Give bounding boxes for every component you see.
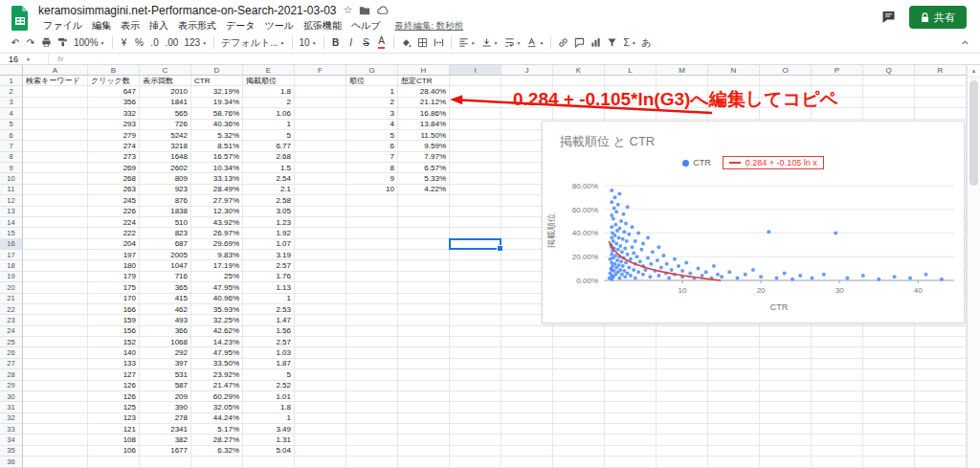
cell-H16[interactable] <box>398 239 450 250</box>
row-header-31[interactable]: 31 <box>0 402 23 412</box>
cell-A11[interactable] <box>23 185 88 195</box>
italic-button[interactable]: I <box>344 34 359 52</box>
cell-B19[interactable]: 179 <box>88 272 140 282</box>
cell-B11[interactable]: 263 <box>88 185 140 195</box>
menu-item-8[interactable]: ヘルプ <box>346 18 386 33</box>
cell-E5[interactable]: 1 <box>243 120 295 130</box>
cell-C34[interactable]: 382 <box>140 435 191 445</box>
cell-H17[interactable] <box>398 250 450 260</box>
column-header-J[interactable]: J <box>501 65 553 76</box>
cell-O36[interactable] <box>760 457 812 467</box>
cell-B26[interactable]: 140 <box>88 347 140 358</box>
cell-G32[interactable] <box>346 413 398 424</box>
cell-E7[interactable]: 6.77 <box>243 141 295 151</box>
cell-G18[interactable] <box>346 260 398 271</box>
cell-K32[interactable] <box>553 413 605 424</box>
cell-A22[interactable] <box>23 304 88 315</box>
cell-H11[interactable]: 4.22% <box>398 185 450 195</box>
cell-R30[interactable] <box>915 391 967 402</box>
cell-H20[interactable] <box>398 282 450 293</box>
format-percent-button[interactable]: % <box>132 34 147 52</box>
cell-I7[interactable] <box>450 141 501 151</box>
cell-K36[interactable] <box>553 457 605 467</box>
cell-I20[interactable] <box>450 282 501 293</box>
cell-E29[interactable]: 2.52 <box>243 381 295 391</box>
cell-I17[interactable] <box>450 250 501 260</box>
cell-L26[interactable] <box>605 347 657 358</box>
cell-D26[interactable]: 47.95% <box>191 347 243 358</box>
cell-N1[interactable] <box>708 76 760 86</box>
cell-E28[interactable]: 5 <box>243 369 295 380</box>
cell-C22[interactable]: 462 <box>140 304 191 315</box>
cell-N29[interactable] <box>708 381 760 391</box>
column-header-M[interactable]: M <box>657 65 708 76</box>
cell-C24[interactable]: 366 <box>140 326 191 337</box>
cell-I23[interactable] <box>450 315 501 325</box>
row-header-14[interactable]: 14 <box>0 217 23 228</box>
cell-D35[interactable]: 6.32% <box>191 446 243 457</box>
cell-N36[interactable] <box>708 457 760 467</box>
cell-C13[interactable]: 1838 <box>140 207 191 217</box>
menu-item-7[interactable]: 拡張機能 <box>299 18 346 33</box>
cell-F13[interactable] <box>295 207 346 217</box>
cell-B4[interactable]: 332 <box>88 108 140 119</box>
column-header-P[interactable]: P <box>812 65 863 76</box>
cell-A24[interactable] <box>23 326 88 337</box>
cell-C29[interactable]: 587 <box>140 381 191 391</box>
cell-A29[interactable] <box>23 381 88 391</box>
cell-E25[interactable]: 2.57 <box>243 337 295 347</box>
print-icon[interactable] <box>38 34 55 52</box>
cell-G31[interactable] <box>346 402 398 412</box>
cell-E11[interactable]: 2.1 <box>243 185 295 195</box>
cell-E12[interactable]: 2.58 <box>243 195 295 206</box>
cell-F26[interactable] <box>295 347 346 358</box>
cell-B31[interactable]: 125 <box>88 402 140 412</box>
cell-F18[interactable] <box>295 260 346 271</box>
cell-A33[interactable] <box>23 424 88 435</box>
cell-J31[interactable] <box>501 402 553 412</box>
strikethrough-button[interactable]: S <box>359 34 374 52</box>
cell-H3[interactable]: 21.12% <box>398 98 450 108</box>
cell-I3[interactable] <box>450 98 501 108</box>
menu-item-5[interactable]: データ <box>221 18 259 33</box>
cell-G35[interactable] <box>346 446 398 457</box>
cell-A6[interactable] <box>23 130 88 141</box>
increase-decimal-button[interactable]: .00 <box>163 34 182 52</box>
cell-C17[interactable]: 2005 <box>140 250 191 260</box>
row-header-26[interactable]: 26 <box>0 347 23 358</box>
row-header-15[interactable]: 15 <box>0 228 23 238</box>
cell-E36[interactable] <box>243 457 295 467</box>
cell-P1[interactable] <box>812 76 863 86</box>
cell-J33[interactable] <box>501 424 553 435</box>
cell-B13[interactable]: 226 <box>88 207 140 217</box>
cell-H1[interactable]: 想定CTR <box>398 76 450 86</box>
star-icon[interactable]: ☆ <box>343 5 352 15</box>
cell-P25[interactable] <box>812 337 863 347</box>
cell-H21[interactable] <box>398 294 450 304</box>
cell-A4[interactable] <box>23 108 88 119</box>
cell-B22[interactable]: 166 <box>88 304 140 315</box>
cell-H4[interactable]: 16.86% <box>398 108 450 119</box>
cell-A12[interactable] <box>23 195 88 206</box>
cell-B28[interactable]: 127 <box>88 369 140 380</box>
cell-I19[interactable] <box>450 272 501 282</box>
cell-I2[interactable] <box>450 86 501 97</box>
cell-L25[interactable] <box>605 337 657 347</box>
sync-status-cloud-icon[interactable] <box>377 6 390 14</box>
cell-R25[interactable] <box>915 337 967 347</box>
cell-E35[interactable]: 5.04 <box>243 446 295 457</box>
row-header-12[interactable]: 12 <box>0 195 23 206</box>
cell-L27[interactable] <box>605 359 657 369</box>
cell-D10[interactable]: 33.13% <box>191 173 243 184</box>
cell-F14[interactable] <box>295 217 346 228</box>
cell-D31[interactable]: 32.05% <box>191 402 243 412</box>
column-header-B[interactable]: B <box>88 65 140 76</box>
cell-C32[interactable]: 278 <box>140 413 191 424</box>
cell-F34[interactable] <box>295 435 346 445</box>
more-formats-button[interactable]: 123▼ <box>181 34 210 52</box>
cell-F21[interactable] <box>295 294 346 304</box>
cell-I9[interactable] <box>450 163 501 173</box>
cell-E2[interactable]: 1.8 <box>243 86 295 97</box>
cell-G28[interactable] <box>346 369 398 380</box>
zoom-select[interactable]: 100%▼ <box>71 34 108 52</box>
